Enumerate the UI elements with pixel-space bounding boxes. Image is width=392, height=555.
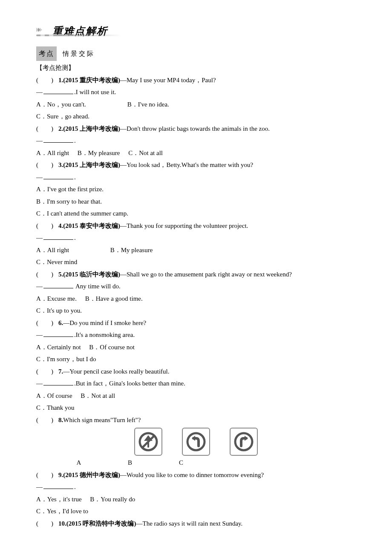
sign-no-straight[interactable] (134, 428, 162, 456)
opt-c[interactable]: C．I can't attend the summer camp. (36, 207, 128, 220)
blank[interactable] (43, 136, 73, 143)
blank[interactable] (43, 173, 73, 179)
q-num: 4. (58, 222, 63, 229)
answer-paren[interactable]: ( ) (36, 365, 58, 378)
opt-a[interactable]: A．Certainly not (36, 341, 81, 354)
question-5-line1: ( )5.(2015 临沂中考改编)—Shall we go to the am… (36, 268, 356, 281)
section-title: 重难点解析 (52, 22, 108, 41)
question-7-line2: —.But in fact，Gina's looks better than m… (36, 377, 356, 390)
opt-a[interactable]: A．All right (36, 147, 69, 159)
opt-c[interactable]: C．Yes，I'd love to (36, 505, 88, 518)
opt-b[interactable]: B．My pleasure (110, 244, 153, 256)
blank[interactable] (43, 482, 73, 489)
q-num: 2. (58, 125, 63, 132)
opt-c[interactable]: C．Thank you (36, 402, 75, 414)
sign-label-b: B (104, 457, 156, 469)
question-6-opts-1: A．Certainly not B．Of course not (36, 341, 356, 354)
opt-b[interactable]: B．I've no idea. (127, 98, 169, 111)
answer-paren[interactable]: ( ) (36, 74, 58, 86)
question-4-opts-2: C．Never mind (36, 256, 356, 268)
chevron-decor (36, 28, 41, 32)
sign-labels: A B C (36, 457, 356, 469)
opt-c[interactable]: C．Never mind (36, 256, 77, 268)
question-5-line2: — Any time will do. (36, 280, 356, 293)
opt-b[interactable]: B．You really do (90, 493, 135, 506)
opt-a[interactable]: A．Yes，it's true (36, 493, 82, 506)
q-prompt: —Shall we go to the amusement park right… (120, 271, 292, 278)
opt-b[interactable]: B．Of course not (89, 341, 135, 354)
sign-label-a: A (53, 457, 104, 469)
q-num: 10. (58, 520, 66, 527)
topic-row: 考点 情景交际 (36, 46, 356, 61)
q-src: (2015 呼和浩特中考改编) (66, 520, 136, 527)
topic-tag: 考点 (36, 46, 57, 61)
q-src: (2015 临沂中考改编) (63, 271, 120, 278)
q-prompt: —May I use your MP4 today，Paul? (120, 77, 216, 83)
opt-b[interactable]: B．Not at all (81, 390, 115, 402)
topic-text: 情景交际 (63, 48, 95, 60)
answer-paren[interactable]: ( ) (36, 317, 58, 329)
opt-a[interactable]: A．I've got the first prize. (36, 183, 104, 196)
q-num: 6. (58, 319, 63, 326)
blank[interactable] (43, 87, 73, 94)
svg-point-2 (187, 433, 205, 450)
q-num: 8. (58, 417, 63, 423)
q-src: (2015 上海中考改编) (63, 125, 120, 132)
sign-turn-left[interactable] (182, 428, 210, 456)
question-6-opts-2: C．I'm sorry，but I do (36, 353, 356, 365)
answer-paren[interactable]: ( ) (36, 159, 58, 171)
q-num: 1. (58, 77, 63, 83)
sign-row (36, 428, 356, 456)
answer-paren[interactable]: ( ) (36, 220, 58, 232)
opt-c-row: C．I can't attend the summer camp. (36, 207, 356, 220)
q-prompt: —Your pencil case looks really beautiful… (63, 368, 169, 375)
question-3-line2: —. (36, 171, 356, 184)
opt-b-row: B．I'm sorry to hear that. (36, 196, 356, 208)
question-7-line1: ( )7.—Your pencil case looks really beau… (36, 365, 356, 378)
opt-c[interactable]: C．Not at all (128, 147, 163, 159)
q-num: 9. (58, 472, 63, 478)
answer-paren[interactable]: ( ) (36, 268, 58, 281)
opt-c[interactable]: C．I'm sorry，but I do (36, 353, 96, 365)
opt-a-row: A．I've got the first prize. (36, 183, 356, 196)
svg-point-3 (235, 433, 252, 450)
opt-c[interactable]: C．It's up to you. (36, 305, 82, 317)
opt-c[interactable]: C．Sure，go ahead. (36, 110, 89, 123)
q-prompt: —The radio says it will rain next Sunday… (136, 520, 243, 527)
question-6-line1: ( )6.—Do you mind if I smoke here? (36, 317, 356, 329)
question-2-line2: —. (36, 135, 356, 147)
blank[interactable] (43, 233, 73, 240)
question-9-line1: ( )9.(2015 德州中考改编)—Would you like to com… (36, 469, 356, 481)
answer-paren[interactable]: ( ) (36, 469, 58, 481)
question-3-line1: ( )3.(2015 上海中考改编)—You look sad，Betty.Wh… (36, 159, 356, 171)
answer-paren[interactable]: ( ) (36, 123, 58, 135)
question-10-line1: ( )10.(2015 呼和浩特中考改编)—The radio says it … (36, 518, 356, 530)
question-2-line1: ( )2.(2015 上海中考改编)—Don't throw plastic b… (36, 123, 356, 135)
question-1-opts-2: C．Sure，go ahead. (36, 110, 356, 123)
question-8-line1: ( )8.Which sign means"Turn left"? (36, 414, 356, 426)
q-prompt: Which sign means"Turn left"? (63, 417, 141, 423)
question-6-line2: —.It's a non­smoking area. (36, 329, 356, 341)
q-num: 3. (58, 161, 63, 168)
blank[interactable] (43, 282, 73, 288)
q-src: (2015 上海中考改编) (63, 161, 120, 168)
opt-a[interactable]: A．No，you can't. (36, 98, 126, 111)
opt-a[interactable]: A．All right (36, 244, 109, 256)
blank[interactable] (43, 379, 73, 385)
q-num: 5. (58, 271, 63, 278)
answer-paren[interactable]: ( ) (36, 518, 58, 530)
opt-b[interactable]: B．Have a good time. (85, 293, 143, 305)
opt-a[interactable]: A．Of course (36, 390, 72, 402)
answer-paren[interactable]: ( ) (36, 414, 58, 426)
opt-b[interactable]: B．My pleasure (78, 147, 120, 159)
question-1-line2: —.I will not use it. (36, 86, 356, 98)
sign-label-c: C (156, 457, 207, 469)
sign-turn-right[interactable] (230, 428, 258, 456)
q-src: (2015 德州中考改编) (63, 472, 120, 478)
opt-a[interactable]: A．Excuse me. (36, 293, 77, 305)
q-src: (2015 重庆中考改编) (63, 77, 120, 83)
q-prompt: —Don't throw plastic bags towards the an… (120, 125, 270, 132)
blank[interactable] (43, 330, 73, 337)
opt-b[interactable]: B．I'm sorry to hear that. (36, 196, 102, 208)
title-underline (36, 35, 121, 36)
